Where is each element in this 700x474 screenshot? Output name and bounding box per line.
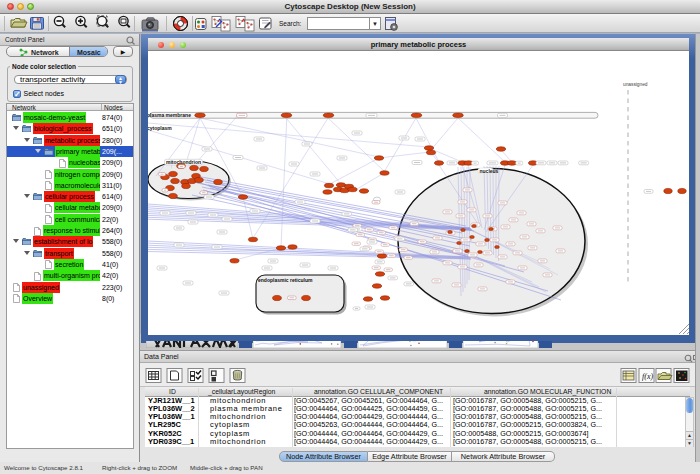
svg-text:cytoplasm: cytoplasm xyxy=(148,125,172,131)
svg-text:plasma membrane: plasma membrane xyxy=(148,112,191,118)
svg-text:nucleus: nucleus xyxy=(480,168,499,174)
svg-text:f(x): f(x) xyxy=(642,372,653,381)
svg-text:endoplasmic reticulum: endoplasmic reticulum xyxy=(258,277,313,283)
svg-text:unassigned: unassigned xyxy=(623,82,648,87)
